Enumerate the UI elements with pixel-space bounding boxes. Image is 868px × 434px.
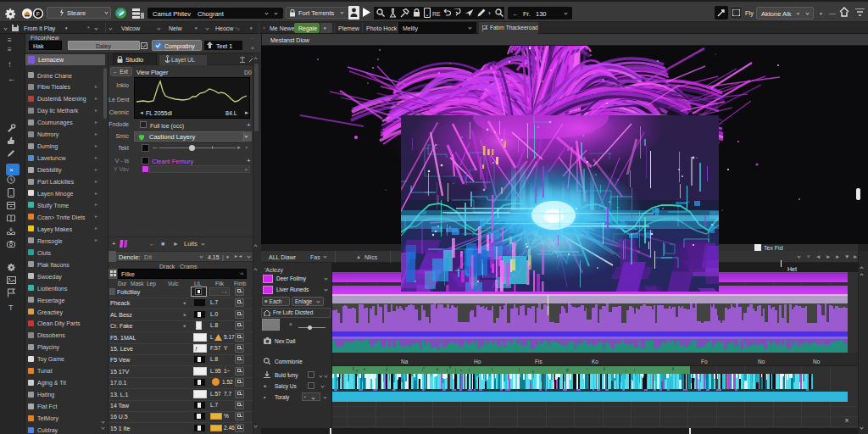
svg-text:F: F xyxy=(36,11,40,17)
